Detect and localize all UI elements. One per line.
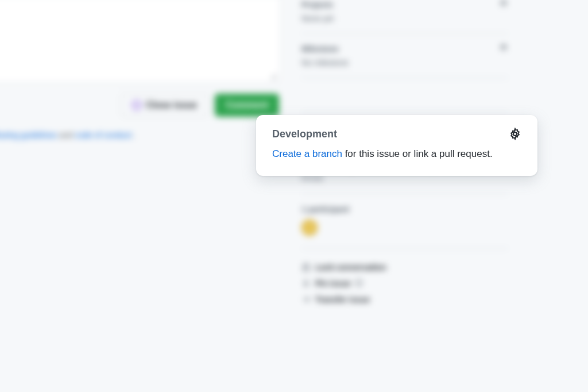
pin-label: Pin issue xyxy=(315,279,350,288)
editor-actions: Close issue Comment xyxy=(0,83,281,117)
create-branch-link[interactable]: Create a branch xyxy=(272,148,342,159)
comment-button[interactable]: Comment xyxy=(215,94,279,117)
pin-icon xyxy=(301,279,311,288)
resize-handle-icon[interactable] xyxy=(268,71,277,80)
development-section-placeholder xyxy=(301,78,508,112)
gear-icon[interactable] xyxy=(499,44,508,53)
comment-label: Comment xyxy=(226,100,268,110)
participants-section: 1 participant xyxy=(301,194,508,248)
transfer-label: Transfer issue xyxy=(315,295,370,304)
blurred-background: B I 1 xyxy=(0,0,588,392)
milestone-title: Milestone xyxy=(301,44,339,53)
code-of-conduct-link[interactable]: code of conduct xyxy=(75,130,131,140)
close-issue-label: Close issue xyxy=(146,100,197,110)
comment-editor: B I 1 xyxy=(0,0,281,83)
participants-title: 1 participant xyxy=(301,205,508,214)
gear-icon[interactable] xyxy=(509,128,521,140)
arrow-right-icon xyxy=(301,295,311,304)
pin-issue-action[interactable]: Pin issue xyxy=(301,275,508,291)
footer-mid: and xyxy=(59,130,75,140)
projects-section: Projects None yet xyxy=(301,0,508,33)
issue-closed-icon xyxy=(132,101,141,110)
lock-icon xyxy=(301,263,311,272)
development-body: Create a branch for this issue or link a… xyxy=(272,147,521,161)
info-icon xyxy=(355,279,364,288)
contributing-note: contributing guidelines and code of cond… xyxy=(0,130,281,140)
svg-rect-13 xyxy=(303,267,309,271)
contributing-guidelines-link[interactable]: contributing guidelines xyxy=(0,130,57,140)
milestone-section: Milestone No milestone xyxy=(301,33,508,78)
footer-suffix: . xyxy=(134,130,136,140)
svg-point-15 xyxy=(513,132,517,136)
projects-title: Projects xyxy=(301,0,333,9)
projects-body: None yet xyxy=(301,14,508,23)
issue-actions-section: Lock conversation Pin issue Transfer iss… xyxy=(301,248,508,318)
milestone-body: No milestone xyxy=(301,58,508,67)
transfer-issue-action[interactable]: Transfer issue xyxy=(301,291,508,308)
close-issue-button[interactable]: Close issue xyxy=(121,94,208,117)
avatar[interactable] xyxy=(301,220,318,236)
development-title: Development xyxy=(272,128,337,140)
lock-conversation-action[interactable]: Lock conversation xyxy=(301,259,508,275)
lock-label: Lock conversation xyxy=(315,263,386,272)
gear-icon[interactable] xyxy=(499,0,508,9)
comment-textarea[interactable] xyxy=(0,0,281,83)
issue-editor-column: B I 1 xyxy=(0,0,281,140)
development-popover: Development Create a branch for this iss… xyxy=(256,115,537,176)
development-rest: for this issue or link a pull request. xyxy=(342,148,493,159)
